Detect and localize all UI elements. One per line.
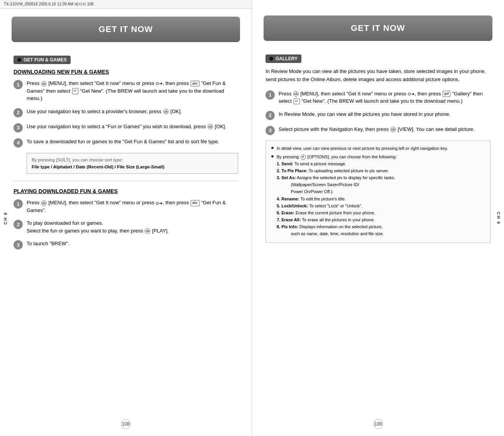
bullet-text-1: In detail view, user can view previous o…: [277, 145, 485, 152]
gallery-icon: gal: [443, 91, 450, 97]
play-step-text-1: Press ok [MENU], then select "Get It now…: [27, 199, 238, 214]
get-new-icon-g: ↵: [294, 98, 300, 105]
gallery-intro: In Review Mode you can view all the pict…: [266, 68, 490, 84]
gallery-options-box: In detail view, user can view previous o…: [266, 141, 490, 243]
bullet-item-1: In detail view, user can view previous o…: [271, 145, 485, 152]
page-num-right: 109: [373, 419, 383, 429]
left-page-header: GET IT NOW: [12, 17, 240, 42]
section1-title: DOWNLOADING NEW FUN & GAMES: [14, 69, 238, 75]
ok-icon-2: ok: [163, 109, 169, 114]
step-text-1: Press ok [MENU], then select "Get It now…: [27, 80, 238, 102]
gallery-step-2: 2 In Review Mode, you can view all the p…: [266, 110, 490, 120]
gallery-step-num-2: 2: [266, 111, 275, 120]
ok-icon: ok: [41, 81, 47, 87]
play-step-num-1: 1: [14, 199, 23, 209]
section2-title: PLAYING DOWNLOADED FUN & GAMES: [14, 188, 238, 194]
step-1: 1 Press ok [MENU], then select "Get It n…: [14, 80, 238, 102]
step-text-4: To save a downloaded fun or games to the…: [27, 138, 238, 146]
section-badge-games: GET FUN & GAMES: [14, 56, 71, 64]
sort-info-box: By pressing [SOLT], you can choose sort …: [27, 153, 238, 174]
play-step-2: 2 To play downloaded fun or games. Selec…: [14, 219, 238, 234]
ok-icon-g1: ok: [293, 91, 299, 97]
options-icon: ⟳: [301, 154, 306, 160]
play-step-text-3: To launch "BREW".: [27, 240, 238, 248]
bullet-dot-2: [271, 155, 274, 158]
page-num-left: 108: [121, 419, 131, 429]
gallery-step-3: 3 Select picture with the Navigation Key…: [266, 126, 490, 135]
gallery-step-text-1: Press ok [MENU], then select "Get It now…: [279, 90, 490, 105]
left-page: TX-210VW_050616 2005.6.16 11:39 AM 페이지 1…: [0, 0, 252, 436]
step-text-3: Use your navigation key to select a "Fun…: [27, 123, 238, 131]
play-step-1: 1 Press ok [MENU], then select "Get It n…: [14, 199, 238, 214]
section-playing: PLAYING DOWNLOADED FUN & GAMES 1 Press o…: [14, 188, 238, 249]
sort-values: File type / Alphabet / Date (Recent-Old)…: [32, 165, 164, 169]
section-badge-gallery: GALLERY: [266, 54, 301, 63]
gallery-step-num-1: 1: [266, 90, 275, 100]
right-page: placeholder GET IT NOW GALLERY In Review…: [252, 0, 504, 436]
chapter-label-right: CH 6: [496, 212, 501, 224]
badge-dot: [17, 58, 21, 62]
gallery-step-1: 1 Press ok [MENU], then select "Get It n…: [266, 90, 490, 105]
play-step-num-2: 2: [14, 220, 23, 229]
left-content: GET FUN & GAMES DOWNLOADING NEW FUN & GA…: [0, 52, 252, 268]
section-downloading: DOWNLOADING NEW FUN & GAMES 1 Press ok […: [14, 69, 238, 174]
step-num-4: 4: [14, 138, 23, 148]
right-content: GALLERY In Review Mode you can view all …: [252, 51, 504, 254]
step-num-1: 1: [14, 80, 23, 89]
play-step-num-3: 3: [14, 240, 23, 249]
ok-icon-g3: ok: [391, 127, 396, 132]
bullet-dot-1: [271, 147, 274, 149]
nav-icon: ⊙➜: [156, 80, 162, 87]
abc-icon: abc: [191, 81, 200, 87]
play-step-text-2: To play downloaded fun or games. Select …: [27, 219, 238, 234]
gallery-badge-dot: [269, 57, 273, 61]
section-divider: [14, 181, 238, 181]
gallery-step-text-3: Select picture with the Navigation Key, …: [279, 126, 490, 133]
step-2: 2 Use your navigation key to select a pr…: [14, 108, 238, 117]
right-page-header: GET IT NOW: [264, 15, 492, 41]
step-num-2: 2: [14, 108, 23, 117]
ok-icon-p2: ok: [145, 228, 150, 234]
chapter-label-left: CH 6: [3, 212, 8, 224]
get-new-icon: ↵: [72, 88, 78, 94]
sort-label: By pressing [SOLT], you can choose sort …: [32, 158, 123, 162]
ok-icon-3: ok: [208, 124, 213, 129]
step-text-2: Use your navigation key to select a prov…: [27, 108, 238, 115]
step-3: 3 Use your navigation key to select a "F…: [14, 123, 238, 132]
ok-icon-p1: ok: [41, 200, 47, 206]
bullet-item-2: By pressing ⟳ [OPTIONS], you can choose …: [271, 153, 485, 238]
step-4: 4 To save a downloaded fun or games to t…: [14, 138, 238, 148]
file-info: TX-210VW_050616 2005.6.16 11:39 AM 페이지 1…: [0, 0, 252, 9]
nav-icon-g1: ⊙➜: [408, 91, 414, 97]
gallery-step-text-2: In Review Mode, you can view all the pic…: [279, 110, 490, 118]
abc-icon-p1: abc: [191, 200, 200, 206]
nav-icon-p1: ⊙➜: [156, 200, 162, 207]
play-step-3: 3 To launch "BREW".: [14, 240, 238, 249]
bullet-text-2: By pressing ⟳ [OPTIONS], you can choose …: [277, 153, 485, 238]
step-num-3: 3: [14, 123, 23, 132]
gallery-step-num-3: 3: [266, 126, 275, 135]
